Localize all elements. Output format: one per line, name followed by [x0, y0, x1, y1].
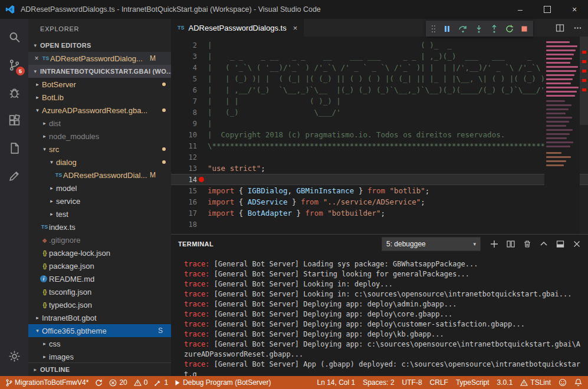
tree-item-typedoc-json[interactable]: {}typedoc.json	[28, 298, 171, 311]
feedback-edit-icon[interactable]	[0, 162, 28, 190]
tree-item-node-modules[interactable]: ▸node_modules	[28, 130, 171, 143]
extensions-icon[interactable]	[0, 107, 28, 134]
tree-item-package-lock-json[interactable]: {}package-lock.json	[28, 246, 171, 259]
tree-item-css[interactable]: ▸css	[28, 337, 171, 350]
code-line: 3| _ _ _ __ _ _ __ ___ ___ _ _ | ,_)(_) …	[171, 51, 588, 62]
tree-item-label: AzureADPasswordReset.gba...	[42, 106, 147, 115]
tree-item-package-json[interactable]: {}package.json	[28, 259, 171, 272]
terminal-selector-dropdown[interactable]: 5: debuggee ▾	[382, 237, 481, 251]
maximize-panel-icon[interactable]	[540, 240, 548, 248]
tree-item-src[interactable]: ▾src	[28, 143, 171, 156]
tab-close-icon[interactable]: ×	[293, 24, 298, 32]
restart-icon[interactable]	[505, 25, 514, 33]
minimize-button[interactable]: –	[507, 0, 534, 19]
status-item-indentation[interactable]: Spaces: 2	[363, 378, 394, 387]
split-terminal-icon[interactable]	[507, 240, 515, 248]
tree-item-botlib[interactable]: ▸BotLib	[28, 91, 171, 104]
terminal-tab[interactable]: TERMINAL	[178, 240, 213, 248]
status-item-feedback[interactable]	[559, 378, 567, 387]
tree-item-label: ADResetPasswordDial...	[63, 171, 147, 180]
open-editors-header[interactable]: ▾ OPEN EDITORS	[28, 39, 171, 52]
chevron-right-icon: ▸	[40, 341, 49, 347]
status-item-eol[interactable]: CRLF	[430, 378, 448, 387]
tree-item-service[interactable]: ▸service	[28, 194, 171, 207]
kill-terminal-icon[interactable]	[523, 240, 531, 248]
status-item-language-mode[interactable]: TypeScript	[456, 378, 490, 387]
editor-scrollbar[interactable]	[580, 37, 588, 234]
status-item-encoding[interactable]: UTF-8	[402, 378, 422, 387]
status-item-ts-version[interactable]: 3.0.1	[497, 378, 513, 387]
tree-item-test[interactable]: ▸test	[28, 207, 171, 220]
step-over-icon[interactable]	[458, 25, 468, 33]
tree-item-index-ts[interactable]: TSindex.ts	[28, 220, 171, 233]
tree-item-tsconfig-json[interactable]: {}tsconfig.json	[28, 285, 171, 298]
tree-item-images[interactable]: ▸images	[28, 350, 171, 362]
tree-item-office365-gbtheme[interactable]: ▾Office365.gbthemeS	[28, 324, 171, 337]
outline-header[interactable]: ▸ OUTLINE	[28, 362, 171, 376]
outline-label: OUTLINE	[40, 366, 70, 373]
minimap-line	[546, 91, 577, 93]
source-control-icon[interactable]: 5	[0, 51, 28, 79]
modified-dot	[162, 147, 166, 151]
tree-item-dist[interactable]: ▸dist	[28, 117, 171, 130]
stop-icon[interactable]	[521, 25, 528, 32]
workspace-header[interactable]: ▾ INTRANETBOTQUICKSTART.GBAI (WO...	[28, 65, 171, 78]
status-item-debug-target[interactable]: Debug Program (BotServer)	[175, 378, 271, 387]
minimap-line	[546, 108, 569, 110]
status-item-tslint[interactable]: TSLint	[520, 378, 551, 387]
status-item-notifications[interactable]	[574, 378, 582, 387]
tree-item-readme-md[interactable]: iREADME.md	[28, 272, 171, 285]
status-item-git-branch[interactable]: MigrationToBotFmwV4*	[6, 378, 88, 387]
maximize-button[interactable]	[534, 0, 561, 19]
tree-item-label: package-lock.json	[49, 249, 110, 258]
chevron-down-icon: ▾	[31, 42, 40, 48]
drag-grip-icon	[431, 24, 436, 34]
search-icon[interactable]	[0, 24, 28, 51]
toggle-panel-icon[interactable]	[556, 240, 564, 248]
line-number: 13	[171, 164, 197, 173]
code-text: | _ _ _ __ _ _ __ ___ ___ _ _ | ,_)(_) _…	[208, 52, 549, 61]
status-item-errors[interactable]: 20	[109, 378, 127, 387]
typescript-file-icon: TS	[40, 224, 49, 230]
pause-icon[interactable]	[443, 25, 451, 33]
terminal-output[interactable]: trace: [General Bot Server] Loading sys …	[171, 253, 588, 376]
minimap-line	[546, 137, 567, 139]
line-number: 17	[171, 209, 197, 217]
minimap[interactable]	[544, 37, 580, 234]
debug-icon[interactable]	[0, 79, 28, 107]
status-item-cursor-position[interactable]: Ln 14, Col 1	[317, 378, 355, 387]
status-item-tasks[interactable]: 1	[154, 378, 168, 387]
step-into-icon[interactable]	[475, 25, 483, 33]
tree-item-adresetpassworddial[interactable]: TSADResetPasswordDial...M	[28, 169, 171, 182]
tab-adresetpassworddialogs-ts[interactable]: TS ADResetPasswordDialogs.ts ×	[171, 19, 304, 37]
close-button[interactable]: ×	[561, 0, 588, 19]
tree-item-intranetbot-gbot[interactable]: ▸IntranetBot.gbot	[28, 311, 171, 324]
code-editor[interactable]: 2| ( )_ _ |3| _ _ _ __ _ _ __ ___ ___ _ …	[171, 37, 588, 234]
status-item-warnings[interactable]: 0	[134, 378, 148, 387]
explorer-icon[interactable]	[0, 134, 28, 162]
tree-item-model[interactable]: ▸model	[28, 182, 171, 194]
close-panel-icon[interactable]	[573, 240, 581, 248]
tree-item-dialog[interactable]: ▾dialog	[28, 156, 171, 169]
more-actions-icon[interactable]	[573, 24, 582, 32]
scm-count-badge: 5	[16, 67, 25, 75]
tree-item-label: src	[49, 145, 59, 154]
status-item-sync[interactable]	[95, 379, 103, 387]
git-status-badge: S	[158, 327, 163, 335]
new-terminal-icon[interactable]	[490, 240, 498, 248]
step-out-icon[interactable]	[490, 25, 498, 33]
close-icon[interactable]: ×	[32, 54, 41, 62]
open-editor-item[interactable]: ×TSADResetPasswordDialog...M	[28, 52, 171, 65]
chevron-down-icon: ▾	[33, 107, 42, 113]
code-text: import { IGBDialog, GBMinInstance } from…	[208, 186, 429, 195]
split-editor-icon[interactable]	[556, 24, 564, 32]
tree-item-label: BotServer	[42, 80, 76, 89]
code-text: | | (_) )| | ( (_| |( (_) || ( ) ( ) |( …	[208, 74, 554, 83]
tree-item-azureadpasswordreset-gba[interactable]: ▾AzureADPasswordReset.gba...	[28, 104, 171, 117]
settings-icon[interactable]	[0, 342, 28, 370]
tree-item-gitignore[interactable]: ◆.gitignore	[28, 233, 171, 246]
tree-item-botserver[interactable]: ▸BotServer	[28, 78, 171, 91]
tree-item-label: test	[56, 210, 68, 219]
code-line: 14	[171, 174, 588, 185]
tree-item-label: images	[49, 352, 74, 361]
